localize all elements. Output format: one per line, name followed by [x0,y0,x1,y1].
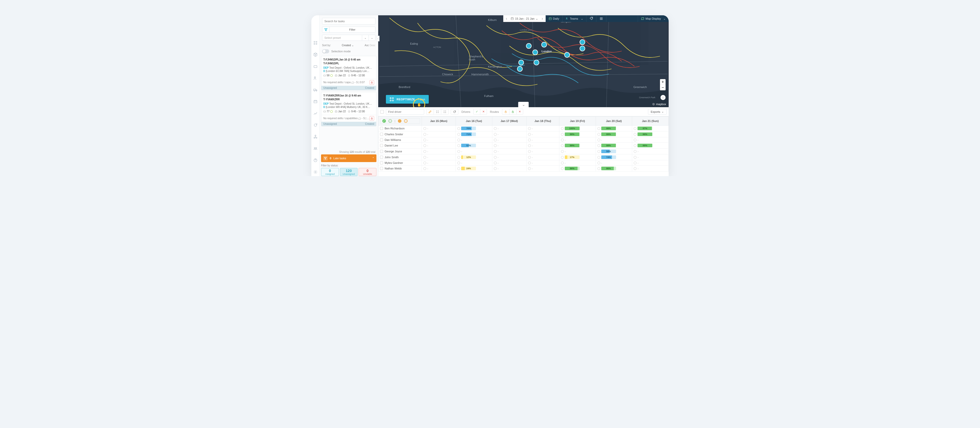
nav-icon-routes[interactable] [313,41,318,45]
late-tasks-bar[interactable]: 0 Late tasks ⌃ [321,154,376,162]
schedule-cell[interactable]: - [528,150,558,153]
map-marker[interactable] [564,52,570,58]
schedule-cell[interactable]: 86% [561,167,594,170]
nav-icon-store[interactable] [313,100,318,103]
schedule-cell[interactable]: 97% [634,127,667,130]
driver-cell[interactable]: Myles Gardner [380,161,420,164]
sort-value[interactable]: Created ⌄ [342,44,354,47]
schedule-cell[interactable]: - [423,156,454,159]
driver-checkbox[interactable] [380,144,383,147]
map-marker[interactable] [518,60,524,65]
nav-icon-team[interactable] [313,146,318,151]
schedule-cell[interactable]: - [423,144,454,147]
driver-cell[interactable]: Ben Richardson [380,127,420,130]
schedule-cell[interactable]: 52% [457,144,490,147]
map-marker[interactable] [534,60,539,65]
task-card[interactable]: T-FJHM1DPLJan 16 @ 9:40 am T-FJHM1DPL DE… [321,56,376,90]
schedule-cell[interactable]: - [423,167,454,170]
zoom-out-button[interactable]: − [660,85,666,90]
schedule-cell[interactable]: - [528,167,558,170]
schedule-cell[interactable]: - [634,138,667,142]
schedule-cell[interactable]: 99% [561,132,594,136]
schedule-cell[interactable]: 86% [597,167,631,170]
sidebar-collapse-handle[interactable]: ‹ [376,36,380,41]
preset-select[interactable]: Select preset ⌄ ⌄ [322,35,375,41]
driver-cell[interactable]: Dan Williams [380,138,420,142]
tool-grid-icon[interactable] [434,109,441,115]
schedule-cell[interactable]: 17% [561,156,594,159]
schedule-cell[interactable]: 99% [561,144,594,147]
driver-checkbox[interactable] [380,138,383,142]
nav-icon-layers[interactable] [313,64,318,68]
schedule-cell[interactable]: - [561,161,594,164]
selection-mode-toggle[interactable] [322,49,329,53]
zoom-in-button[interactable]: + [660,79,666,85]
date-next-button[interactable]: › [540,16,544,21]
tool-grid2-icon[interactable] [441,109,449,115]
schedule-grid[interactable]: ✓−|−Jan 15 (Mon)Jan 16 (Tue)Jan 17 (Wed)… [378,116,669,176]
schedule-cell[interactable]: - [494,156,525,159]
schedule-cell[interactable]: - [423,138,454,142]
drivers-disable-button[interactable]: ✕ [480,109,487,115]
schedule-cell[interactable]: - [634,150,667,153]
find-driver-input[interactable] [386,109,424,115]
schedule-cell[interactable]: - [528,138,558,142]
map-marker[interactable] [517,66,523,72]
schedule-cell[interactable]: - [494,144,525,147]
map-collapse-handle[interactable]: ⌄ [518,102,529,107]
schedule-cell[interactable]: 70% [457,127,490,130]
map[interactable]: Kilburn Islington London Zoo Ealing ACTO… [378,15,669,107]
map-info-button[interactable]: i [660,95,666,100]
teams-select[interactable]: Teams ⌄ [563,15,587,22]
select-all-checkbox[interactable] [380,110,384,114]
schedule-cell[interactable]: 12% [457,156,490,159]
nav-icon-truck[interactable] [313,88,318,92]
schedule-cell[interactable]: - [597,138,631,142]
map-marker[interactable] [541,42,547,48]
map-marker[interactable] [526,43,531,49]
task-list[interactable]: T-FJHM1DPLJan 16 @ 9:40 am T-FJHM1DPL DE… [320,56,378,150]
schedule-cell[interactable]: 58% [597,150,631,153]
schedule-cell[interactable]: 99% [634,132,667,136]
schedule-cell[interactable]: - [494,133,525,136]
schedule-cell[interactable]: 99% [634,144,667,147]
map-display-select[interactable]: Map Display ⌄ [638,15,669,22]
driver-cell[interactable]: George Joyce [380,150,420,153]
schedule-cell[interactable]: - [528,133,558,136]
schedule-cell[interactable]: - [597,161,631,164]
schedule-cell[interactable]: - [528,127,558,130]
tool-pencil-icon[interactable] [426,109,434,115]
routes-lock-icon[interactable] [502,109,509,115]
schedule-cell[interactable]: - [494,138,525,142]
nav-icon-refresh[interactable] [313,123,318,127]
driver-checkbox[interactable] [380,161,383,164]
schedule-cell[interactable]: - [494,150,525,153]
schedule-cell[interactable]: - [494,161,525,164]
filter-icon[interactable] [322,27,329,32]
nav-icon-analytics[interactable] [313,111,318,115]
reoptimize-button[interactable]: REOPTIMIZE 7 days [386,95,429,103]
driver-checkbox[interactable] [380,156,383,159]
schedule-cell[interactable]: - [423,161,454,164]
nav-icon-settings[interactable] [313,170,318,174]
schedule-cell[interactable]: 99% [597,132,631,136]
schedule-cell[interactable]: - [528,161,558,164]
driver-cell[interactable]: John Smith [380,156,420,159]
schedule-cell[interactable]: - [561,150,594,153]
driver-checkbox[interactable] [380,127,383,130]
driver-cell[interactable]: Daniel Lee [380,144,420,147]
schedule-cell[interactable]: - [634,167,667,170]
sort-asc[interactable]: Asc [365,44,369,47]
status-filter-pills[interactable]: ✓−|− [380,118,420,124]
schedule-cell[interactable]: - [528,144,558,147]
map-marker[interactable] [532,49,538,55]
driver-cell[interactable]: Nathan Webb [380,167,420,170]
schedule-cell[interactable]: - [634,161,667,164]
refresh-button[interactable] [451,109,458,115]
lock-icon[interactable] [369,80,374,85]
chevron-up-icon[interactable]: ⌃ [372,157,374,160]
status-box-assigned[interactable]: 0 Assigned [321,168,339,176]
driver-checkbox[interactable] [380,150,383,153]
filter-button[interactable]: Filter [322,27,375,33]
task-card[interactable]: T-YVAMXZRRJan 16 @ 9:40 am T-YVAMXZRR DE… [321,92,376,126]
